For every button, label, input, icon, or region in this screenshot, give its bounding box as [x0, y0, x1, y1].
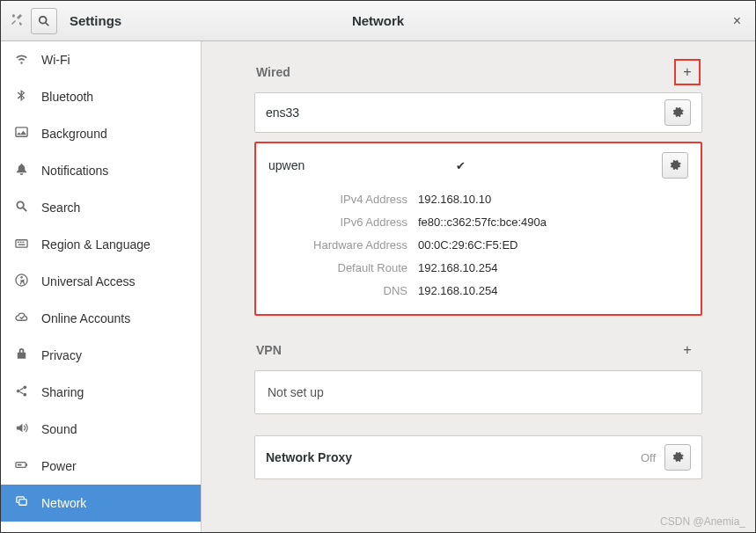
sidebar-item-network[interactable]: Network — [1, 485, 201, 522]
cloud-icon — [13, 310, 29, 326]
gear-icon — [669, 158, 681, 173]
wifi-icon — [13, 52, 29, 68]
hw-label: Hardware Address — [268, 238, 418, 252]
dns-label: DNS — [268, 284, 418, 297]
svg-rect-2 — [15, 128, 26, 136]
sharing-icon — [13, 384, 29, 400]
power-icon — [13, 458, 29, 474]
settings-label: Settings — [70, 13, 121, 28]
region-icon — [13, 237, 29, 252]
sidebar-item-background[interactable]: Background — [1, 115, 201, 152]
route-label: Default Route — [268, 261, 418, 274]
svg-rect-16 — [26, 464, 26, 466]
vpn-section: VPN + Not set up — [254, 337, 702, 414]
sidebar-item-bluetooth[interactable]: Bluetooth — [1, 78, 201, 115]
sidebar-item-online-accounts[interactable]: Online Accounts — [1, 300, 201, 337]
sidebar-item-notifications[interactable]: Notifications — [1, 152, 201, 189]
ipv6-label: IPv6 Address — [268, 215, 418, 229]
sidebar-item-label: Sharing — [41, 385, 84, 399]
connection-settings-button[interactable] — [664, 99, 691, 126]
sidebar-item-label: Sound — [41, 422, 77, 436]
proxy-panel[interactable]: Network Proxy Off — [254, 435, 702, 479]
gear-icon — [672, 106, 684, 120]
svg-line-1 — [46, 22, 49, 26]
sidebar-item-sound[interactable]: Sound — [1, 411, 201, 448]
sidebar-item-accessibility[interactable]: Universal Access — [1, 263, 201, 300]
svg-rect-19 — [18, 500, 26, 506]
connection-name: upwen — [268, 158, 447, 172]
hw-value: 00:0C:29:6C:F5:ED — [418, 238, 517, 252]
svg-point-3 — [17, 201, 24, 208]
active-check-icon: ✔ — [456, 159, 466, 172]
sidebar: Wi-Fi Bluetooth Background Notifications… — [1, 41, 202, 532]
dns-value: 192.168.10.254 — [418, 284, 497, 297]
svg-rect-17 — [17, 464, 21, 466]
network-icon — [13, 495, 29, 511]
connection-settings-button[interactable] — [662, 152, 688, 179]
svg-point-13 — [16, 390, 19, 393]
sidebar-item-label: Bluetooth — [41, 90, 93, 104]
plus-icon: + — [683, 342, 691, 358]
connection-name: ens33 — [266, 106, 664, 120]
sidebar-item-label: Privacy — [41, 348, 82, 362]
sidebar-item-label: Notifications — [41, 164, 108, 178]
sidebar-item-label: Online Accounts — [41, 311, 130, 325]
sidebar-item-power[interactable]: Power — [1, 448, 201, 485]
svg-rect-5 — [15, 240, 26, 247]
ipv6-value: fe80::c362:57fc:bce:490a — [418, 215, 547, 229]
ipv4-label: IPv4 Address — [268, 193, 418, 206]
svg-line-4 — [23, 208, 26, 211]
search-button[interactable] — [31, 8, 57, 34]
svg-rect-8 — [22, 242, 24, 243]
route-value: 192.168.10.254 — [418, 261, 497, 274]
proxy-section: Network Proxy Off — [254, 435, 702, 479]
content-area: Wired + ens33 upw — [202, 41, 755, 532]
add-wired-button[interactable]: + — [674, 59, 701, 85]
svg-rect-7 — [19, 242, 21, 243]
wired-title: Wired — [256, 65, 290, 79]
sidebar-item-sharing[interactable]: Sharing — [1, 374, 201, 411]
search-icon — [13, 200, 29, 215]
close-button[interactable]: × — [728, 1, 746, 41]
vpn-placeholder-panel: Not set up — [254, 370, 702, 414]
proxy-label: Network Proxy — [266, 450, 632, 464]
svg-point-14 — [23, 393, 26, 397]
titlebar: Settings Network × — [1, 1, 755, 41]
proxy-settings-button[interactable] — [664, 444, 691, 471]
connection-upwen: upwen ✔ IPv4 Address192.168.10.10 IPv6 A… — [254, 142, 702, 316]
gear-icon — [672, 450, 684, 465]
sidebar-item-privacy[interactable]: Privacy — [1, 337, 201, 374]
sound-icon — [13, 421, 29, 437]
sidebar-item-region[interactable]: Region & Language — [1, 226, 201, 263]
svg-rect-9 — [18, 244, 25, 245]
svg-point-0 — [40, 16, 47, 23]
wired-section: Wired + ens33 upw — [254, 59, 702, 316]
connection-ens33: ens33 — [254, 92, 702, 133]
bell-icon — [13, 163, 29, 179]
add-vpn-button[interactable]: + — [674, 337, 701, 363]
ipv4-value: 192.168.10.10 — [418, 193, 491, 206]
sidebar-item-wifi[interactable]: Wi-Fi — [1, 41, 201, 78]
sidebar-item-label: Search — [41, 201, 80, 215]
plus-icon: + — [683, 64, 691, 80]
svg-rect-6 — [17, 242, 18, 243]
sidebar-item-search[interactable]: Search — [1, 189, 201, 226]
sidebar-item-label: Network — [41, 496, 86, 510]
vpn-title: VPN — [256, 343, 282, 357]
tools-icon — [8, 12, 26, 29]
accessibility-icon — [13, 274, 29, 289]
bluetooth-icon — [13, 89, 29, 105]
background-icon — [13, 126, 29, 142]
sidebar-item-label: Background — [41, 127, 107, 141]
sidebar-item-label: Power — [41, 459, 77, 473]
proxy-status: Off — [641, 451, 656, 464]
sidebar-item-label: Universal Access — [41, 274, 136, 288]
sidebar-item-label: Wi-Fi — [41, 53, 70, 67]
vpn-placeholder: Not set up — [255, 371, 701, 413]
svg-point-11 — [20, 276, 22, 278]
close-icon: × — [733, 13, 741, 29]
sidebar-item-label: Region & Language — [41, 237, 150, 252]
svg-point-12 — [23, 385, 26, 389]
privacy-icon — [13, 347, 29, 363]
